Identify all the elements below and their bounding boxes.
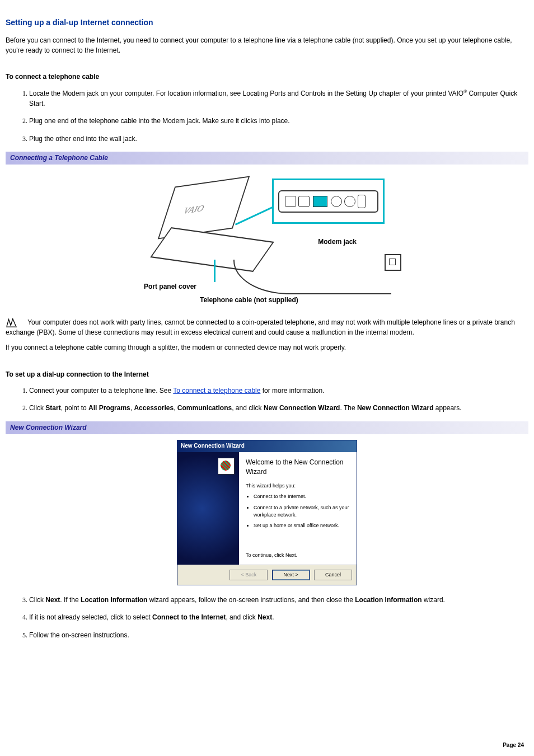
label-telephone-cable: Telephone cable (not supplied) [200,295,298,305]
wizard-window: New Connection Wizard Welcome to the New… [177,440,357,585]
figure2: New Connection Wizard Welcome to the New… [6,434,528,595]
step-item: Follow the on-screen instructions. [29,631,528,640]
port-zoom [272,179,385,224]
wizard-sidebar [177,452,239,565]
label-modem-jack: Modem jack [318,237,357,247]
step-item: Click Next. If the Location Information … [29,595,528,605]
figure2-caption: New Connection Wizard [6,421,528,434]
wizard-bullet: Connect to a private network, such as yo… [254,504,350,519]
wall-jack-icon [385,254,401,271]
section2-heading: To set up a dial-up connection to the In… [6,370,528,379]
intro-paragraph: Before you can connect to the Internet, … [6,36,528,55]
step-item: If it is not already selected, click to … [29,613,528,622]
figure1-caption: Connecting a Telephone Cable [6,152,528,165]
wizard-footer: < Back Next > Cancel [177,565,357,585]
wizard-bullet: Set up a home or small office network. [254,522,350,529]
cancel-button[interactable]: Cancel [314,570,352,580]
steps-list-2: Connect your computer to a telephone lin… [6,386,528,414]
note-paragraph: Your computer does not work with party l… [6,318,528,337]
step-item: Click Start, point to All Programs, Acce… [29,403,528,413]
figure1: Modem jack Port panel cover Telephone ca… [6,165,528,317]
steps-list-2-cont: Click Next. If the Location Information … [6,595,528,640]
wizard-main: Welcome to the New Connection Wizard Thi… [239,452,357,565]
section1-heading: To connect a telephone cable [6,72,528,82]
wizard-titlebar: New Connection Wizard [177,440,357,452]
link-telephone-cable[interactable]: To connect a telephone cable [173,387,260,395]
note2-paragraph: If you connect a telephone cable coming … [6,343,528,353]
wizard-bullet: Connect to the Internet. [254,493,350,500]
note-icon [6,318,18,328]
steps-list-1: Locate the Modem jack on your computer. … [6,88,528,144]
step-item: Plug the other end into the wall jack. [29,134,528,144]
step-item: Locate the Modem jack on your computer. … [29,88,528,109]
wizard-continue-text: To continue, click Next. [246,552,350,559]
step-item: Connect your computer to a telephone lin… [29,386,528,396]
step-item: Plug one end of the telephone cable into… [29,116,528,126]
wizard-heading: Welcome to the New Connection Wizard [246,458,350,477]
next-button[interactable]: Next > [272,570,310,580]
wizard-helps-text: This wizard helps you: [246,482,350,490]
wizard-globe-icon [218,458,235,475]
page-title: Setting up a dial-up Internet connection [6,17,528,28]
label-port-cover: Port panel cover [144,282,196,292]
back-button[interactable]: < Back [229,570,268,580]
